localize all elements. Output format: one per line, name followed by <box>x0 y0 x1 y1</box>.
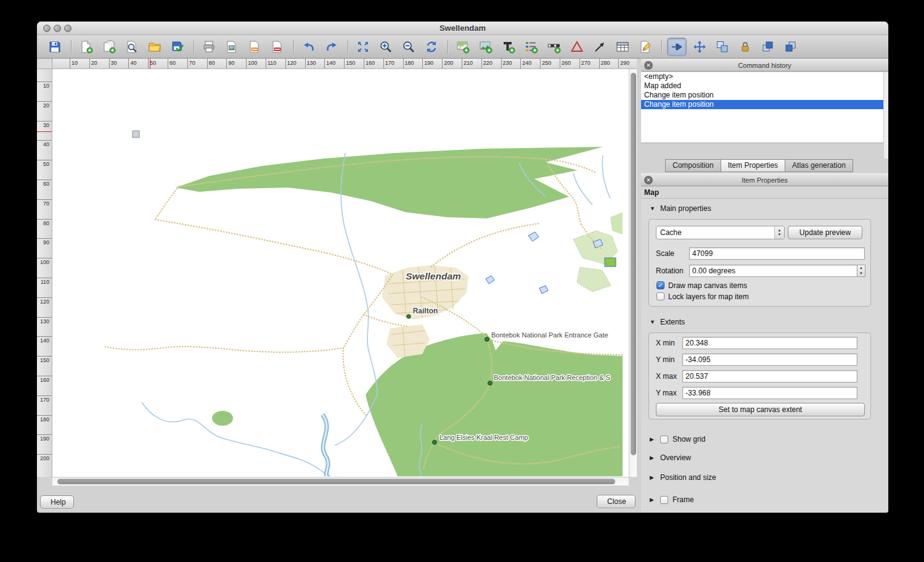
lock-selected-items-button[interactable] <box>736 38 754 56</box>
show-grid-checkbox[interactable] <box>660 436 668 444</box>
position-and-size-expander[interactable]: ▶ Position and size <box>650 473 716 482</box>
raise-selected-items-button[interactable] <box>759 38 777 56</box>
scale-input[interactable] <box>689 247 865 260</box>
composition-page[interactable]: Swellendam Railton Bontebok National Par… <box>52 69 629 477</box>
rotation-input[interactable] <box>689 265 857 277</box>
add-attribute-table-button[interactable] <box>613 38 632 56</box>
command-history-list[interactable]: <empty>Map addedChange item positionChan… <box>641 72 888 143</box>
ruler-tick-label: 190 <box>37 434 52 454</box>
command-history-title: Command history <box>641 59 888 72</box>
undo-button[interactable] <box>300 38 318 56</box>
command-history-row[interactable]: Change item position <box>641 91 888 100</box>
save-project-button[interactable] <box>46 38 64 56</box>
x-min-input[interactable] <box>682 337 857 349</box>
command-history-scrollbar[interactable] <box>883 72 888 159</box>
help-button[interactable]: Help <box>40 495 74 509</box>
ruler-tick-label: 100 <box>37 258 52 278</box>
cursor-position-marker-x <box>150 59 150 69</box>
map-item[interactable]: Swellendam Railton Bontebok National Par… <box>52 69 629 476</box>
lock-layers-label: Lock layers for map item <box>668 292 749 301</box>
map-label-rest-camp: Lang Elsies Kraal Rest Camp <box>440 434 528 441</box>
add-new-legend-button[interactable] <box>522 38 541 56</box>
item-selection-handle[interactable] <box>133 131 139 138</box>
close-button[interactable]: Close <box>597 495 636 508</box>
tab-item-properties[interactable]: Item Properties <box>721 159 785 172</box>
vertical-scroll-thumb[interactable] <box>631 73 636 455</box>
add-new-map-button[interactable] <box>454 38 472 56</box>
poi-dot-railton <box>407 315 411 318</box>
print-button[interactable] <box>200 38 218 56</box>
update-preview-button[interactable]: Update preview <box>788 226 862 239</box>
ruler-tick-label: 50 <box>37 160 52 180</box>
add-new-scalebar-button[interactable] <box>545 38 563 56</box>
add-arrow-button[interactable] <box>591 38 609 56</box>
collapse-triangle-icon[interactable]: ▼ <box>650 319 656 325</box>
set-to-map-canvas-extent-button[interactable]: Set to map canvas extent <box>656 403 865 416</box>
collapse-triangle-icon[interactable]: ▼ <box>650 205 656 212</box>
command-history-row[interactable]: Map added <box>641 81 888 91</box>
canvas-vertical-scrollbar[interactable] <box>629 69 637 477</box>
zoom-out-button[interactable] <box>399 38 418 56</box>
command-history-header: ✕ Command history <box>641 59 888 72</box>
toolbar-separator <box>348 40 348 54</box>
load-from-template-button[interactable] <box>145 38 164 56</box>
redo-button[interactable] <box>322 38 341 56</box>
expand-triangle-icon[interactable]: ▶ <box>650 497 656 503</box>
composition-manager-button[interactable] <box>123 38 141 56</box>
ruler-tick-label: 110 <box>266 59 285 68</box>
overview-expander[interactable]: ▶ Overview <box>650 453 691 462</box>
save-as-template-button[interactable] <box>168 38 187 56</box>
draw-map-canvas-items-checkbox[interactable] <box>656 281 664 289</box>
show-grid-expander[interactable]: ▶ Show grid <box>650 435 705 444</box>
ruler-tick-label: 70 <box>37 199 52 219</box>
frame-expander[interactable]: ▶ Frame <box>650 495 694 504</box>
add-html-frame-button[interactable] <box>636 38 655 56</box>
horizontal-scroll-thumb[interactable] <box>57 479 615 484</box>
duplicate-composition-button[interactable] <box>100 38 118 56</box>
zoom-in-button[interactable] <box>377 38 395 56</box>
export-as-svg-button[interactable] <box>245 38 264 56</box>
expand-triangle-icon[interactable]: ▶ <box>650 474 656 481</box>
ruler-tick-label: 10 <box>70 59 89 68</box>
tab-atlas-generation[interactable]: Atlas generation <box>785 159 853 172</box>
expand-triangle-icon[interactable]: ▶ <box>650 455 656 461</box>
composer-window: Swellendam <box>37 22 888 513</box>
extents-expander[interactable]: ▼ Extents <box>650 318 685 326</box>
new-composition-button[interactable] <box>77 38 96 56</box>
refresh-view-button[interactable] <box>422 38 441 56</box>
y-min-input[interactable] <box>682 353 857 366</box>
export-as-pdf-button[interactable] <box>268 38 287 56</box>
ruler-tick-label: 240 <box>520 59 540 68</box>
item-properties-title: Item Properties <box>641 174 888 186</box>
title-bar[interactable]: Swellendam <box>37 22 888 35</box>
ruler-tick-label: 100 <box>246 59 266 68</box>
canvas-horizontal-scrollbar[interactable] <box>52 477 629 486</box>
lock-layers-checkbox[interactable] <box>656 292 664 300</box>
add-image-button[interactable] <box>476 38 495 56</box>
frame-checkbox[interactable] <box>660 496 668 504</box>
move-item-content-button[interactable] <box>690 38 709 56</box>
add-basic-shape-button[interactable] <box>568 38 586 56</box>
group-items-button[interactable] <box>713 38 732 56</box>
zoom-full-button[interactable] <box>354 38 372 56</box>
command-history-row[interactable]: <empty> <box>641 72 888 81</box>
show-grid-label: Show grid <box>673 435 705 444</box>
expand-triangle-icon[interactable]: ▶ <box>650 436 656 442</box>
select-move-item-button[interactable] <box>668 38 686 56</box>
tab-composition[interactable]: Composition <box>665 159 721 172</box>
command-history-row[interactable]: Change item position <box>641 100 888 109</box>
main-properties-expander[interactable]: ▼ Main properties <box>650 204 711 213</box>
combo-arrows-icon[interactable]: ▲▼ <box>774 226 784 239</box>
add-new-label-button[interactable] <box>499 38 518 56</box>
cache-select[interactable]: Cache ▲▼ <box>656 226 785 239</box>
ruler-tick-label: 90 <box>37 238 52 258</box>
rotation-label: Rotation <box>656 267 684 275</box>
ruler-tick-label: 140 <box>324 59 344 68</box>
x-max-input[interactable] <box>682 370 857 382</box>
y-max-input[interactable] <box>682 387 857 399</box>
ruler-tick-label: 120 <box>37 297 52 317</box>
export-as-image-button[interactable] <box>223 38 241 56</box>
lower-selected-items-button[interactable] <box>782 38 800 56</box>
item-properties-body: ▼ Main properties Cache ▲▼ Update previe… <box>641 199 888 513</box>
rotation-stepper[interactable]: ▲▼ <box>857 265 865 277</box>
